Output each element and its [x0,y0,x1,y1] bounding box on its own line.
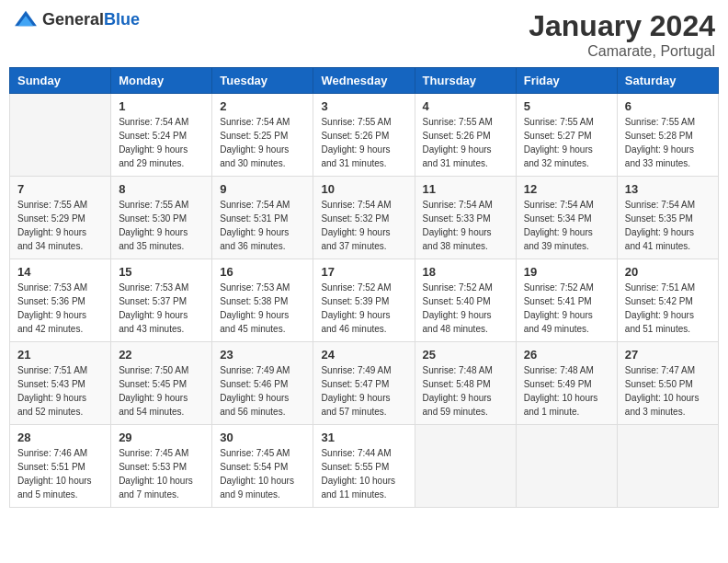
logo-text: GeneralBlue [42,10,140,29]
day-number: 22 [119,348,204,362]
day-info: Sunrise: 7:53 AMSunset: 5:38 PMDaylight:… [220,281,305,336]
title-area: January 2024 Camarate, Portugal [529,9,715,60]
day-info: Sunrise: 7:54 AMSunset: 5:33 PMDaylight:… [423,198,508,253]
calendar-cell: 14Sunrise: 7:53 AMSunset: 5:36 PMDayligh… [10,259,111,342]
day-info: Sunrise: 7:54 AMSunset: 5:34 PMDaylight:… [524,198,609,253]
calendar-cell: 5Sunrise: 7:55 AMSunset: 5:27 PMDaylight… [516,94,617,177]
day-info: Sunrise: 7:54 AMSunset: 5:24 PMDaylight:… [119,115,204,170]
header-tuesday: Tuesday [212,68,313,94]
day-number: 23 [220,348,305,362]
calendar-week-row: 7Sunrise: 7:55 AMSunset: 5:29 PMDaylight… [10,177,719,259]
day-info: Sunrise: 7:55 AMSunset: 5:28 PMDaylight:… [625,115,711,170]
day-number: 27 [625,348,711,362]
day-number: 24 [321,348,406,362]
logo-blue: Blue [104,10,140,29]
calendar-cell: 4Sunrise: 7:55 AMSunset: 5:26 PMDaylight… [415,94,516,177]
day-info: Sunrise: 7:55 AMSunset: 5:26 PMDaylight:… [423,115,508,170]
day-number: 20 [625,265,711,279]
calendar-cell: 22Sunrise: 7:50 AMSunset: 5:45 PMDayligh… [111,342,212,425]
day-info: Sunrise: 7:46 AMSunset: 5:51 PMDaylight:… [17,446,103,501]
day-info: Sunrise: 7:54 AMSunset: 5:35 PMDaylight:… [625,198,711,253]
day-info: Sunrise: 7:54 AMSunset: 5:32 PMDaylight:… [321,198,406,253]
day-info: Sunrise: 7:53 AMSunset: 5:36 PMDaylight:… [17,281,103,336]
day-number: 30 [220,431,305,444]
day-number: 18 [423,265,508,279]
day-info: Sunrise: 7:48 AMSunset: 5:49 PMDaylight:… [524,363,609,419]
day-number: 11 [423,182,508,196]
day-number: 21 [17,348,103,362]
calendar-cell: 17Sunrise: 7:52 AMSunset: 5:39 PMDayligh… [313,259,415,342]
day-number: 10 [321,182,406,196]
calendar-cell: 2Sunrise: 7:54 AMSunset: 5:25 PMDaylight… [212,94,313,177]
day-info: Sunrise: 7:47 AMSunset: 5:50 PMDaylight:… [625,363,711,419]
day-number: 5 [524,99,609,113]
header-sunday: Sunday [10,68,111,94]
day-number: 28 [17,431,103,444]
calendar-cell: 10Sunrise: 7:54 AMSunset: 5:32 PMDayligh… [313,177,415,259]
day-number: 3 [321,99,406,113]
calendar-week-row: 28Sunrise: 7:46 AMSunset: 5:51 PMDayligh… [10,425,719,508]
days-header-row: Sunday Monday Tuesday Wednesday Thursday… [10,68,719,94]
calendar-cell: 18Sunrise: 7:52 AMSunset: 5:40 PMDayligh… [415,259,516,342]
day-number: 7 [17,182,103,196]
calendar-cell: 29Sunrise: 7:45 AMSunset: 5:53 PMDayligh… [111,425,212,508]
day-info: Sunrise: 7:45 AMSunset: 5:54 PMDaylight:… [220,446,305,501]
logo-general: General [42,10,104,29]
calendar-cell: 12Sunrise: 7:54 AMSunset: 5:34 PMDayligh… [516,177,617,259]
day-info: Sunrise: 7:51 AMSunset: 5:42 PMDaylight:… [625,281,711,336]
day-info: Sunrise: 7:50 AMSunset: 5:45 PMDaylight:… [119,363,204,419]
calendar-cell [415,425,516,508]
header-wednesday: Wednesday [313,68,415,94]
day-number: 9 [220,182,305,196]
calendar-week-row: 1Sunrise: 7:54 AMSunset: 5:24 PMDaylight… [10,94,719,177]
calendar-cell: 25Sunrise: 7:48 AMSunset: 5:48 PMDayligh… [415,342,516,425]
header-friday: Friday [516,68,617,94]
day-number: 2 [220,99,305,113]
calendar-cell: 31Sunrise: 7:44 AMSunset: 5:55 PMDayligh… [313,425,415,508]
day-number: 4 [423,99,508,113]
day-number: 1 [119,99,204,113]
day-number: 15 [119,265,204,279]
day-number: 13 [625,182,711,196]
calendar-cell: 8Sunrise: 7:55 AMSunset: 5:30 PMDaylight… [111,177,212,259]
month-title: January 2024 [529,9,715,43]
day-info: Sunrise: 7:54 AMSunset: 5:31 PMDaylight:… [220,198,305,253]
calendar-cell: 13Sunrise: 7:54 AMSunset: 5:35 PMDayligh… [617,177,718,259]
day-number: 19 [524,265,609,279]
calendar-cell [617,425,718,508]
calendar-cell: 3Sunrise: 7:55 AMSunset: 5:26 PMDaylight… [313,94,415,177]
day-info: Sunrise: 7:52 AMSunset: 5:39 PMDaylight:… [321,281,406,336]
day-info: Sunrise: 7:45 AMSunset: 5:53 PMDaylight:… [119,446,204,501]
day-info: Sunrise: 7:53 AMSunset: 5:37 PMDaylight:… [119,281,204,336]
calendar-cell: 23Sunrise: 7:49 AMSunset: 5:46 PMDayligh… [212,342,313,425]
calendar-cell: 21Sunrise: 7:51 AMSunset: 5:43 PMDayligh… [10,342,111,425]
day-info: Sunrise: 7:55 AMSunset: 5:30 PMDaylight:… [119,198,204,253]
calendar-cell: 7Sunrise: 7:55 AMSunset: 5:29 PMDaylight… [10,177,111,259]
day-info: Sunrise: 7:55 AMSunset: 5:27 PMDaylight:… [524,115,609,170]
calendar-table: Sunday Monday Tuesday Wednesday Thursday… [9,67,719,508]
calendar-cell: 28Sunrise: 7:46 AMSunset: 5:51 PMDayligh… [10,425,111,508]
calendar-cell: 16Sunrise: 7:53 AMSunset: 5:38 PMDayligh… [212,259,313,342]
calendar-cell: 11Sunrise: 7:54 AMSunset: 5:33 PMDayligh… [415,177,516,259]
calendar-cell: 24Sunrise: 7:49 AMSunset: 5:47 PMDayligh… [313,342,415,425]
logo-icon [13,9,39,29]
calendar-cell: 19Sunrise: 7:52 AMSunset: 5:41 PMDayligh… [516,259,617,342]
day-info: Sunrise: 7:55 AMSunset: 5:26 PMDaylight:… [321,115,406,170]
header-monday: Monday [111,68,212,94]
day-info: Sunrise: 7:51 AMSunset: 5:43 PMDaylight:… [17,363,103,419]
calendar-cell [10,94,111,177]
day-info: Sunrise: 7:44 AMSunset: 5:55 PMDaylight:… [321,446,406,501]
calendar-cell: 15Sunrise: 7:53 AMSunset: 5:37 PMDayligh… [111,259,212,342]
calendar-cell: 9Sunrise: 7:54 AMSunset: 5:31 PMDaylight… [212,177,313,259]
day-info: Sunrise: 7:49 AMSunset: 5:46 PMDaylight:… [220,363,305,419]
day-number: 26 [524,348,609,362]
day-info: Sunrise: 7:52 AMSunset: 5:41 PMDaylight:… [524,281,609,336]
day-number: 29 [119,431,204,444]
day-number: 12 [524,182,609,196]
calendar-cell: 30Sunrise: 7:45 AMSunset: 5:54 PMDayligh… [212,425,313,508]
day-number: 17 [321,265,406,279]
day-number: 31 [321,431,406,444]
day-info: Sunrise: 7:54 AMSunset: 5:25 PMDaylight:… [220,115,305,170]
logo: GeneralBlue [13,9,140,29]
header-thursday: Thursday [415,68,516,94]
